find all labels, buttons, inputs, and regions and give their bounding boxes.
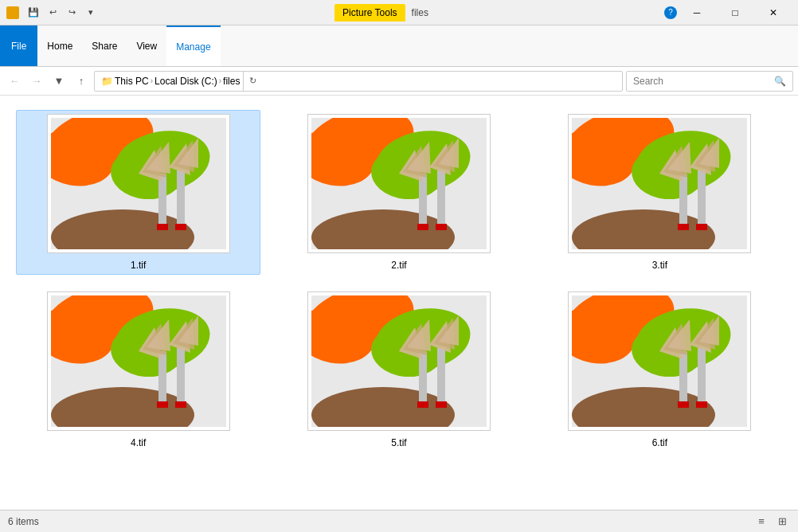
file-name: 5.tif <box>391 437 406 448</box>
thumbnail-wrapper <box>307 114 491 253</box>
picture-tools-label: Picture Tools <box>334 4 405 22</box>
breadcrumb-local-disk[interactable]: Local Disk (C:) <box>155 76 217 87</box>
svg-rect-76 <box>436 401 447 408</box>
tab-manage[interactable]: Manage <box>166 25 220 66</box>
sep-2: › <box>219 76 221 85</box>
file-name: 3.tif <box>652 260 667 271</box>
svg-rect-38 <box>679 174 687 225</box>
search-bar[interactable]: 🔍 <box>626 71 793 92</box>
search-input[interactable] <box>633 76 771 87</box>
file-name: 4.tif <box>131 437 146 448</box>
svg-rect-87 <box>678 401 689 408</box>
redo-qat-button[interactable]: ↪ <box>64 5 80 21</box>
tab-home[interactable]: Home <box>37 25 82 66</box>
close-button[interactable]: ✕ <box>755 0 792 25</box>
svg-rect-11 <box>177 170 185 225</box>
breadcrumb-folder-icon: 📁 <box>101 76 113 87</box>
file-name: 2.tif <box>391 260 406 271</box>
svg-rect-12 <box>175 224 186 230</box>
window-title: files <box>412 7 428 18</box>
recent-locations-button[interactable]: ▼ <box>49 72 68 91</box>
search-icon: 🔍 <box>774 76 786 87</box>
ribbon: File Home Share View Manage <box>0 25 798 67</box>
svg-rect-6 <box>158 174 166 225</box>
file-item[interactable]: 6.tif <box>538 288 782 452</box>
thumbnail-wrapper <box>307 291 491 431</box>
file-item[interactable]: 2.tif <box>276 110 521 275</box>
nav-bar: ← → ▼ ↑ 📁 This PC › Local Disk (C:) › fi… <box>0 67 798 96</box>
file-name: 1.tif <box>131 260 146 271</box>
help-button[interactable]: ? <box>664 6 677 19</box>
svg-rect-60 <box>175 401 186 408</box>
item-count: 6 items <box>8 516 39 527</box>
thumbnail-wrapper <box>47 114 230 253</box>
file-item[interactable]: 1.tif <box>16 110 260 275</box>
qat-more-button[interactable]: ▾ <box>83 5 99 21</box>
svg-rect-91 <box>698 347 706 403</box>
tab-view[interactable]: View <box>127 25 166 66</box>
file-grid: 1.tif 2.tif <box>13 104 785 459</box>
view-controls: ≡ ⊞ <box>753 514 790 530</box>
svg-rect-28 <box>436 224 447 230</box>
refresh-button[interactable]: ↻ <box>243 71 262 92</box>
svg-rect-43 <box>698 170 706 225</box>
breadcrumb: 📁 This PC › Local Disk (C:) › files <box>101 76 240 87</box>
svg-rect-54 <box>158 351 166 403</box>
svg-rect-7 <box>157 224 168 230</box>
main-content: 1.tif 2.tif <box>0 96 798 510</box>
file-name: 6.tif <box>652 437 667 448</box>
svg-rect-86 <box>679 351 687 403</box>
file-item[interactable]: 4.tif <box>16 288 260 452</box>
svg-rect-70 <box>419 351 427 403</box>
status-bar: 6 items ≡ ⊞ <box>0 510 798 532</box>
undo-qat-button[interactable]: ↩ <box>45 5 61 21</box>
svg-rect-71 <box>417 401 428 408</box>
svg-rect-59 <box>177 347 185 403</box>
thumbnail-wrapper <box>568 291 751 431</box>
tab-file[interactable]: File <box>0 25 37 66</box>
maximize-button[interactable]: □ <box>717 0 753 25</box>
thumbnail-wrapper <box>568 114 751 253</box>
breadcrumb-this-pc[interactable]: This PC <box>115 76 149 87</box>
svg-rect-44 <box>696 224 707 230</box>
thumbnail-wrapper <box>47 291 230 431</box>
window-controls: ? ─ □ ✕ <box>664 0 792 25</box>
breadcrumb-files[interactable]: files <box>223 76 240 87</box>
title-center: Picture Tools files <box>99 4 664 22</box>
svg-rect-75 <box>437 347 445 403</box>
grid-view-button[interactable]: ⊞ <box>774 514 790 530</box>
forward-button[interactable]: → <box>27 72 46 91</box>
svg-rect-27 <box>437 170 445 225</box>
file-item[interactable]: 3.tif <box>538 110 782 275</box>
title-bar: 💾 ↩ ↪ ▾ Picture Tools files ? ─ □ ✕ <box>0 0 798 25</box>
svg-rect-55 <box>157 401 168 408</box>
svg-rect-22 <box>419 174 427 225</box>
quick-access-toolbar: 💾 ↩ ↪ ▾ <box>6 5 99 21</box>
address-bar[interactable]: 📁 This PC › Local Disk (C:) › files ↻ <box>94 71 623 92</box>
file-item[interactable]: 5.tif <box>276 288 521 452</box>
app-icon <box>6 6 19 19</box>
back-button[interactable]: ← <box>5 72 24 91</box>
sep-1: › <box>151 76 153 85</box>
minimize-button[interactable]: ─ <box>679 0 715 25</box>
svg-rect-23 <box>417 224 428 230</box>
svg-rect-39 <box>678 224 689 230</box>
save-qat-button[interactable]: 💾 <box>25 5 41 21</box>
svg-rect-92 <box>696 401 707 408</box>
list-view-button[interactable]: ≡ <box>753 514 769 530</box>
tab-share[interactable]: Share <box>82 25 127 66</box>
up-button[interactable]: ↑ <box>72 72 91 91</box>
